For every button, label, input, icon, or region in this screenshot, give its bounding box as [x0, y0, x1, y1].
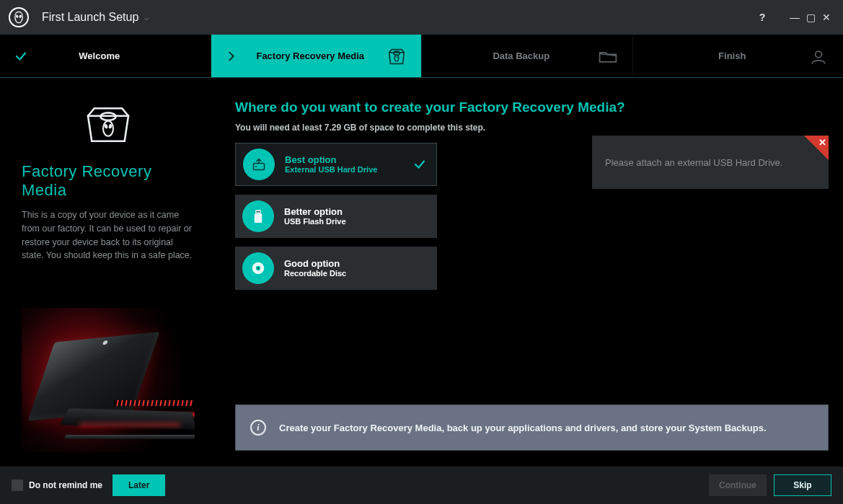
app-logo-icon	[9, 7, 29, 27]
alert-close-icon[interactable]: ✕	[804, 136, 829, 160]
media-options: Best option External USB Hard Drive Bett…	[235, 143, 437, 290]
do-not-remind-label: Do not remind me	[29, 480, 102, 490]
content-heading: Where do you want to create your Factory…	[235, 100, 829, 115]
step-finish[interactable]: Finish	[633, 35, 844, 77]
svg-rect-15	[259, 211, 260, 213]
chevron-right-icon	[226, 50, 243, 62]
folder-icon	[589, 48, 618, 65]
person-icon	[800, 48, 829, 65]
svg-point-12	[255, 166, 257, 167]
do-not-remind-checkbox[interactable]	[12, 479, 23, 491]
svg-point-8	[103, 121, 113, 136]
selected-check-icon	[413, 158, 426, 171]
option-title: Best option	[285, 155, 413, 166]
step-welcome[interactable]: Welcome	[0, 35, 211, 77]
svg-point-3	[394, 55, 398, 61]
external-hdd-icon	[243, 149, 275, 180]
svg-rect-13	[255, 210, 261, 213]
svg-point-1	[19, 14, 22, 18]
step-label: Finish	[665, 50, 800, 61]
sidebar: Factory Recovery Media This is a copy of…	[0, 78, 216, 467]
attach-drive-alert: Please attach an external USB Hard Drive…	[592, 136, 829, 189]
step-data-backup[interactable]: Data Backup	[422, 35, 633, 77]
sidebar-description: This is a copy of your device as it came…	[22, 208, 195, 262]
step-label: Data Backup	[454, 50, 589, 61]
disc-icon	[242, 252, 274, 284]
svg-rect-16	[255, 213, 262, 223]
product-image	[22, 308, 195, 452]
app-title: First Launch Setup	[42, 11, 138, 24]
recovery-box-icon	[378, 48, 407, 65]
svg-point-5	[397, 56, 398, 58]
skip-button[interactable]: Skip	[774, 474, 831, 496]
step-label: Factory Recovery Media	[243, 50, 379, 61]
svg-point-4	[395, 56, 397, 58]
space-requirement-text: You will need at least 7.29 GB of space …	[235, 123, 829, 133]
svg-point-0	[16, 14, 19, 18]
svg-point-19	[257, 268, 259, 269]
option-subtitle: Recordable Disc	[284, 269, 427, 278]
option-title: Better option	[284, 207, 427, 218]
wizard-steps: Welcome Factory Recovery Media Data Back…	[0, 35, 843, 78]
footer: Do not remind me Later Continue Skip	[0, 467, 843, 504]
help-button[interactable]: ?	[752, 12, 772, 23]
maximize-button[interactable]: ▢	[803, 12, 818, 23]
option-subtitle: External USB Hard Drive	[285, 165, 413, 174]
step-factory-recovery[interactable]: Factory Recovery Media	[211, 35, 423, 77]
minimize-button[interactable]: —	[787, 12, 803, 23]
check-icon	[14, 50, 32, 63]
svg-point-2	[394, 51, 400, 55]
later-button[interactable]: Later	[112, 474, 165, 496]
option-title: Good option	[284, 259, 427, 270]
option-external-usb-hdd[interactable]: Best option External USB Hard Drive	[235, 143, 437, 186]
recovery-media-large-icon	[22, 103, 195, 146]
content-area: Where do you want to create your Factory…	[216, 78, 843, 467]
info-text: Create your Factory Recovery Media, back…	[279, 423, 767, 433]
info-icon: i	[250, 420, 266, 436]
svg-rect-11	[254, 164, 265, 170]
option-subtitle: USB Flash Drive	[284, 217, 427, 226]
svg-point-6	[816, 51, 822, 58]
sidebar-heading: Factory Recovery Media	[22, 162, 195, 200]
option-usb-flash-drive[interactable]: Better option USB Flash Drive	[235, 195, 437, 238]
title-dropdown-icon[interactable]: ⌵	[144, 13, 149, 22]
svg-rect-14	[257, 211, 258, 213]
usb-flash-icon	[242, 200, 274, 232]
alert-text: Please attach an external USB Hard Drive…	[605, 157, 782, 168]
info-banner: i Create your Factory Recovery Media, ba…	[235, 404, 829, 451]
continue-button: Continue	[709, 474, 767, 496]
close-button[interactable]: ✕	[818, 12, 834, 23]
titlebar: First Launch Setup ⌵ ? — ▢ ✕	[0, 0, 843, 35]
option-recordable-disc[interactable]: Good option Recordable Disc	[235, 247, 437, 290]
step-label: Welcome	[32, 50, 167, 61]
